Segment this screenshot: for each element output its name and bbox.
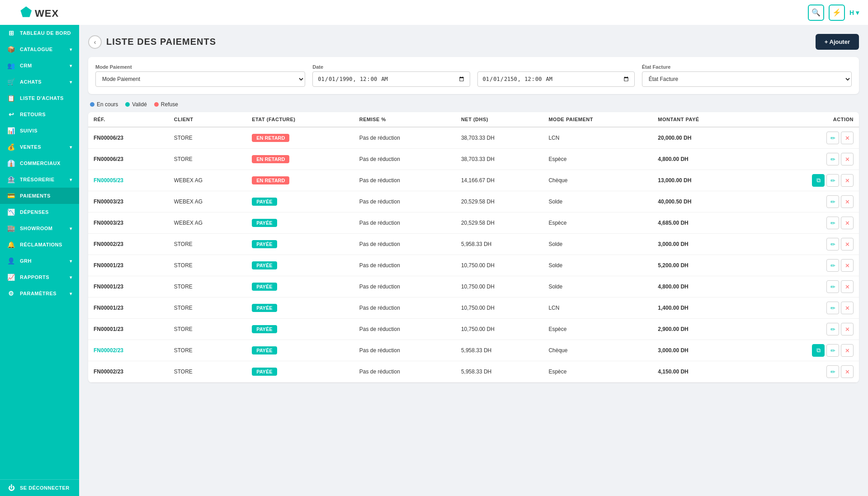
copy-btn-10[interactable]: ⧉ bbox=[812, 344, 825, 357]
delete-btn-4[interactable]: ✕ bbox=[841, 217, 854, 229]
row-6-ref: FN00001/23 bbox=[88, 255, 169, 276]
delete-btn-3[interactable]: ✕ bbox=[841, 195, 854, 208]
delete-btn-8[interactable]: ✕ bbox=[841, 302, 854, 314]
sidebar-item-crm[interactable]: 👥 CRM ▾ bbox=[0, 57, 79, 74]
delete-btn-2[interactable]: ✕ bbox=[841, 174, 854, 187]
delete-btn-11[interactable]: ✕ bbox=[841, 365, 854, 378]
filters-row: Mode Paiement Mode Paiement Date État Fa… bbox=[95, 64, 852, 87]
row-1-net: 38,703.33 DH bbox=[456, 149, 543, 170]
legend-item-en-cours: En cours bbox=[90, 101, 118, 108]
liste-achats-icon: 📋 bbox=[7, 94, 15, 102]
edit-btn-4[interactable]: ✏ bbox=[826, 217, 839, 229]
commerciaux-label: COMMERCIAUX bbox=[20, 161, 72, 166]
sidebar-item-achats[interactable]: 🛒 ACHATS ▾ bbox=[0, 74, 79, 90]
edit-btn-11[interactable]: ✏ bbox=[826, 365, 839, 378]
row-0-montant: 20,000.00 DH bbox=[652, 127, 755, 149]
mode-paiement-label: Mode Paiement bbox=[95, 64, 305, 70]
edit-btn-6[interactable]: ✏ bbox=[826, 259, 839, 272]
row-9-net: 10,750.00 DH bbox=[456, 319, 543, 340]
date-to-input[interactable] bbox=[477, 71, 635, 87]
reclamations-icon: 🔔 bbox=[7, 241, 15, 248]
delete-btn-7[interactable]: ✕ bbox=[841, 280, 854, 293]
mode-paiement-select[interactable]: Mode Paiement bbox=[95, 71, 305, 87]
row-4-mode: Espèce bbox=[543, 213, 652, 234]
ref-link-10[interactable]: FN00002/23 bbox=[94, 347, 123, 354]
back-button[interactable]: ‹ bbox=[88, 35, 102, 49]
row-4-action: ✏✕ bbox=[755, 213, 859, 234]
sidebar-item-paiements[interactable]: 💳 PAIEMENTS bbox=[0, 188, 79, 204]
catalogue-icon: 📦 bbox=[7, 46, 15, 53]
edit-btn-3[interactable]: ✏ bbox=[826, 195, 839, 208]
showroom-arrow: ▾ bbox=[70, 226, 72, 231]
row-9-remise: Pas de réduction bbox=[354, 319, 456, 340]
delete-btn-6[interactable]: ✕ bbox=[841, 259, 854, 272]
user-arrow: ▾ bbox=[856, 9, 859, 16]
edit-btn-5[interactable]: ✏ bbox=[826, 238, 839, 250]
delete-btn-9[interactable]: ✕ bbox=[841, 323, 854, 335]
row-11-net: 5,958.33 DH bbox=[456, 361, 543, 383]
retours-label: RETOURS bbox=[20, 112, 72, 117]
commerciaux-icon: 👔 bbox=[7, 160, 15, 167]
sidebar-item-retours[interactable]: ↩ RETOURS bbox=[0, 106, 79, 123]
delete-btn-0[interactable]: ✕ bbox=[841, 132, 854, 144]
date-to-group bbox=[477, 64, 635, 87]
edit-btn-1[interactable]: ✏ bbox=[826, 153, 839, 165]
edit-btn-2[interactable]: ✏ bbox=[826, 174, 839, 187]
sidebar-item-grh[interactable]: 👤 GRH ▾ bbox=[0, 253, 79, 269]
status-badge-3: PAYÉE bbox=[252, 198, 277, 206]
col-header-4: NET (DHS) bbox=[456, 112, 543, 127]
sidebar-item-liste-achats[interactable]: 📋 LISTE D'ACHATS bbox=[0, 90, 79, 106]
edit-btn-9[interactable]: ✏ bbox=[826, 323, 839, 335]
row-3-remise: Pas de réduction bbox=[354, 191, 456, 213]
sidebar-item-showroom[interactable]: 🏬 SHOWROOM ▾ bbox=[0, 220, 79, 236]
row-9-client: STORE bbox=[169, 319, 246, 340]
sidebar-item-rapports[interactable]: 📈 RAPPORTS ▾ bbox=[0, 269, 79, 285]
parametres-label: PARAMÈTRES bbox=[20, 291, 65, 296]
edit-btn-0[interactable]: ✏ bbox=[826, 132, 839, 144]
legend-item-refuse: Refuse bbox=[154, 101, 178, 108]
add-button[interactable]: + Ajouter bbox=[816, 34, 859, 50]
activity-button[interactable]: ⚡ bbox=[829, 5, 845, 21]
delete-btn-1[interactable]: ✕ bbox=[841, 153, 854, 165]
showroom-icon: 🏬 bbox=[7, 225, 15, 232]
sidebar-item-ventes[interactable]: 💰 VENTES ▾ bbox=[0, 139, 79, 155]
etat-facture-select[interactable]: État Facture bbox=[642, 71, 852, 87]
row-10-etat: PAYÉE bbox=[246, 340, 354, 361]
sidebar-item-commerciaux[interactable]: 👔 COMMERCIAUX bbox=[0, 155, 79, 171]
edit-btn-8[interactable]: ✏ bbox=[826, 302, 839, 314]
legend-label-en-cours: En cours bbox=[97, 101, 118, 108]
sidebar-item-tresorerie[interactable]: 🏦 TRÉSORERIE ▾ bbox=[0, 171, 79, 188]
delete-btn-10[interactable]: ✕ bbox=[841, 344, 854, 357]
row-8-client: STORE bbox=[169, 298, 246, 319]
row-8-montant: 1,400.00 DH bbox=[652, 298, 755, 319]
row-2-client: WEBEX AG bbox=[169, 170, 246, 191]
user-menu[interactable]: H ▾ bbox=[849, 9, 859, 16]
search-button[interactable]: 🔍 bbox=[808, 5, 824, 21]
sidebar-item-depenses[interactable]: 📉 DÉPENSES bbox=[0, 204, 79, 220]
copy-btn-2[interactable]: ⧉ bbox=[812, 174, 825, 187]
row-10-ref: FN00002/23 bbox=[88, 340, 169, 361]
ref-link-2[interactable]: FN00005/23 bbox=[94, 177, 123, 184]
sidebar-item-suivis[interactable]: 📊 SUIVIS bbox=[0, 123, 79, 139]
edit-btn-7[interactable]: ✏ bbox=[826, 280, 839, 293]
edit-btn-10[interactable]: ✏ bbox=[826, 344, 839, 357]
delete-btn-5[interactable]: ✕ bbox=[841, 238, 854, 250]
date-from-input[interactable] bbox=[312, 71, 470, 87]
row-10-net: 5,958.33 DH bbox=[456, 340, 543, 361]
legend-item-valide: Validé bbox=[125, 101, 146, 108]
paiements-icon: 💳 bbox=[7, 192, 15, 199]
row-3-action: ✏✕ bbox=[755, 191, 859, 213]
sidebar-item-deconnecter[interactable]: ⏻ SE DÉCONNECTER bbox=[0, 480, 79, 496]
status-badge-11: PAYÉE bbox=[252, 368, 277, 376]
sidebar-item-parametres[interactable]: ⚙ PARAMÈTRES ▾ bbox=[0, 285, 79, 302]
page-title: LISTE DES PAIEMENTS bbox=[106, 37, 216, 47]
row-6-net: 10,750.00 DH bbox=[456, 255, 543, 276]
row-8-remise: Pas de réduction bbox=[354, 298, 456, 319]
sidebar-item-tableau-de-bord[interactable]: ⊞ TABLEAU DE BORD bbox=[0, 25, 79, 41]
content-area: ‹ LISTE DES PAIEMENTS + Ajouter Mode Pai… bbox=[79, 25, 868, 496]
ventes-icon: 💰 bbox=[7, 143, 15, 151]
sidebar-item-reclamations[interactable]: 🔔 RÉCLAMATIONS bbox=[0, 236, 79, 253]
payments-table: RÉF.CLIENTETAT (FACTURE)REMISE %NET (DHS… bbox=[88, 112, 859, 383]
table-row: FN00001/23STOREPAYÉEPas de réduction10,7… bbox=[88, 319, 859, 340]
sidebar-item-catalogue[interactable]: 📦 CATALOGUE ▾ bbox=[0, 41, 79, 57]
